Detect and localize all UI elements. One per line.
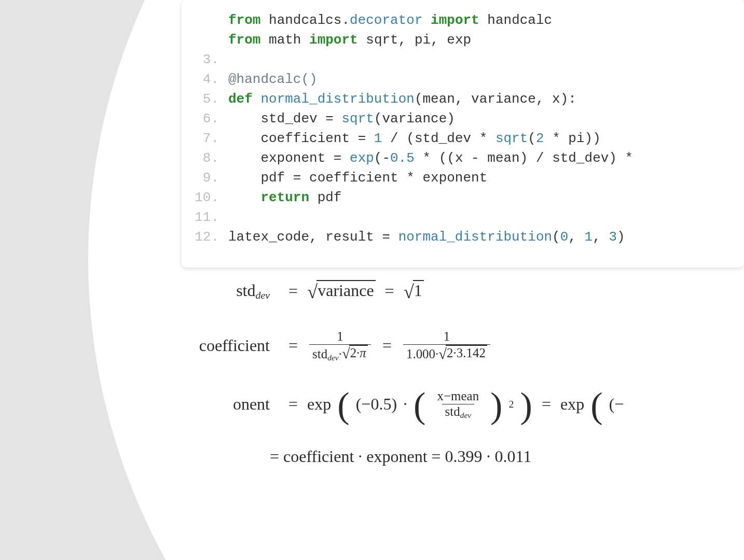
math-row-std-dev: stddev = √variance = √1 xyxy=(156,280,744,302)
code-line: 9. pdf = coefficient * exponent xyxy=(182,168,744,188)
content-viewport: from handcalcs.decorator import handcalc… xyxy=(0,0,744,560)
math-row-coefficient: coefficient = 1 stddev·√2·π = 1 1.000·√2… xyxy=(156,329,744,362)
frac-num-a: 1 xyxy=(334,329,346,344)
frac-den-a: stddev·√2·π xyxy=(309,344,371,362)
code-line: 4.@handcalc() xyxy=(182,69,744,89)
code-content: latex_code, result = normal_distribution… xyxy=(228,227,744,247)
code-content: pdf = coefficient * exponent xyxy=(228,168,744,188)
math-row-exponent: onent = exp ( (−0.5) · ( x−mean stddev )… xyxy=(156,389,744,419)
code-line: 5.def normal_distribution(mean, variance… xyxy=(182,89,744,109)
code-content: std_dev = sqrt(variance) xyxy=(228,109,744,129)
line-number: 10. xyxy=(182,188,228,207)
code-line: from math import sqrt, pi, exp xyxy=(182,30,744,50)
code-line: 8. exponent = exp(-0.5 * ((x - mean) / s… xyxy=(182,148,744,168)
exp-fn-2: exp xyxy=(560,395,584,414)
math-rhs-coefficient: = 1 stddev·√2·π = 1 1.000·√2·3.142 xyxy=(285,329,744,362)
code-content: return pdf xyxy=(228,188,744,207)
math-rhs-std-dev: = √variance = √1 xyxy=(285,280,744,302)
square-power: 2 xyxy=(509,398,514,410)
neg-half: (−0.5) xyxy=(356,395,397,414)
line-number: 6. xyxy=(182,109,228,129)
line-number: 9. xyxy=(182,168,228,188)
code-content: @handcalc() xyxy=(228,69,744,89)
code-content: exponent = exp(-0.5 * ((x - mean) / std_… xyxy=(228,148,744,168)
code-line: 11. xyxy=(182,207,744,227)
frac-den-b: 1.000·√2·3.142 xyxy=(403,344,490,362)
math-lhs-exponent: onent xyxy=(156,395,285,414)
line-number: 12. xyxy=(182,227,228,247)
line-number: 8. xyxy=(182,148,228,168)
exp-tail: (− xyxy=(609,395,624,414)
math-lhs-std-dev: stddev xyxy=(156,281,285,301)
var-std-sub: dev xyxy=(255,289,270,301)
frac-num-b: 1 xyxy=(440,329,453,344)
sqrt-variance: variance xyxy=(316,280,375,302)
code-line: from handcalcs.decorator import handcalc xyxy=(182,10,744,30)
var-std-base: std xyxy=(236,281,255,300)
code-content: def normal_distribution(mean, variance, … xyxy=(228,89,744,109)
code-line: 7. coefficient = 1 / (std_dev * sqrt(2 *… xyxy=(182,129,744,148)
line-number: 5. xyxy=(182,89,228,109)
math-row-pdf: = coefficient · exponent = 0.399 · 0.011 xyxy=(270,447,744,466)
exp-frac-den: stddev xyxy=(442,404,475,420)
line-number: 4. xyxy=(182,69,228,89)
code-editor-region: from handcalcs.decorator import handcalc… xyxy=(182,0,744,268)
math-lhs-coefficient: coefficient xyxy=(156,336,285,355)
line-number: 7. xyxy=(182,129,228,148)
code-content: from math import sqrt, pi, exp xyxy=(228,30,744,50)
math-output-region: stddev = √variance = √1 coefficient = 1 … xyxy=(156,280,744,493)
code-line: 6. std_dev = sqrt(variance) xyxy=(182,109,744,129)
code-line: 10. return pdf xyxy=(182,188,744,207)
math-rhs-exponent: = exp ( (−0.5) · ( x−mean stddev )2 ) = … xyxy=(285,389,744,419)
math-rhs-pdf: = coefficient · exponent = 0.399 · 0.011 xyxy=(270,447,744,466)
code-content: from handcalcs.decorator import handcalc xyxy=(228,10,744,30)
sqrt-one: 1 xyxy=(413,280,424,302)
exp-fn-1: exp xyxy=(307,395,331,414)
exp-frac-num: x−mean xyxy=(434,389,483,404)
line-number: 3. xyxy=(182,50,228,69)
code-line: 12.latex_code, result = normal_distribut… xyxy=(182,227,744,247)
code-line: 3. xyxy=(182,50,744,69)
code-content: coefficient = 1 / (std_dev * sqrt(2 * pi… xyxy=(228,129,744,148)
line-number: 11. xyxy=(182,207,228,227)
